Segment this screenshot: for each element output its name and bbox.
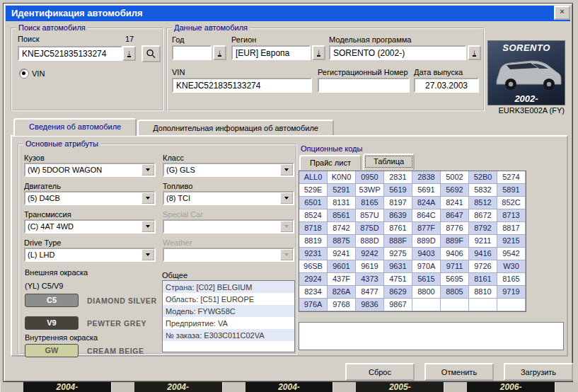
option-tab-1[interactable]: Таблица (363, 154, 415, 170)
model-program-input[interactable] (329, 45, 466, 60)
option-code-cell[interactable]: 8761 (384, 222, 412, 235)
option-code-cell[interactable]: 826A (328, 286, 356, 299)
option-code-cell[interactable]: 9836 (356, 299, 384, 311)
production-date-input[interactable] (414, 78, 479, 93)
reset-button[interactable]: Сброс (345, 363, 415, 381)
option-code-cell[interactable]: 889D (412, 235, 441, 248)
option-code-cell[interactable]: 8477 (356, 286, 384, 299)
option-code-cell[interactable]: 9631 (384, 260, 412, 273)
option-code-cell[interactable]: 8672 (469, 209, 497, 222)
search-dropdown-button[interactable]: ↓ (122, 46, 136, 61)
combo-engine[interactable]: (5) D4CB (24, 191, 156, 205)
option-code-cell[interactable]: 875D (356, 222, 384, 235)
option-code-cell[interactable]: 8819 (299, 235, 328, 248)
main-tab-1[interactable]: Дополнительная информация об автомобиле (137, 120, 334, 136)
option-code-cell[interactable]: 96SB (299, 260, 328, 273)
option-code-cell[interactable]: 52B0 (469, 171, 497, 184)
cancel-button[interactable]: Отменить (424, 363, 494, 381)
option-code-cell[interactable]: 8161 (469, 273, 497, 286)
combo-transmission[interactable]: (C) 4AT 4WD (24, 219, 156, 234)
option-code-cell[interactable]: 5274 (497, 171, 526, 184)
combo-drive-type[interactable]: (L) LHD (24, 248, 156, 262)
option-code-cell[interactable]: 8776 (441, 222, 469, 235)
option-code-cell[interactable]: 8234 (299, 286, 328, 299)
option-code-cell[interactable]: 8241 (441, 197, 469, 209)
year-dropdown-button[interactable]: ↓ (213, 45, 226, 60)
option-code-cell[interactable]: 8817 (497, 222, 526, 235)
option-code-cell[interactable]: 8639 (384, 209, 412, 222)
option-code-cell[interactable]: 5891 (497, 184, 526, 197)
option-code-cell[interactable]: 0950 (356, 171, 384, 184)
chevron-down-icon[interactable] (280, 164, 293, 175)
option-code-cell[interactable]: 8197 (384, 197, 412, 209)
chevron-down-icon[interactable] (280, 192, 293, 204)
option-code-cell[interactable]: 852C (497, 197, 526, 209)
option-code-cell[interactable]: 9403 (412, 248, 441, 260)
option-code-cell[interactable]: 5619 (384, 184, 412, 197)
option-code-cell[interactable]: 5692 (441, 184, 469, 197)
option-code-cell[interactable]: 8131 (328, 197, 356, 209)
option-code-cell[interactable]: 437F (328, 273, 356, 286)
chevron-down-icon[interactable] (141, 221, 154, 232)
option-code-cell[interactable]: 8713 (497, 209, 526, 222)
option-code-cell[interactable]: 9867 (384, 299, 412, 311)
model-program-dropdown-button[interactable]: ↓ (468, 45, 481, 60)
year-input[interactable] (172, 45, 212, 60)
option-code-cell[interactable]: 8647 (441, 209, 469, 222)
search-button[interactable] (141, 45, 161, 62)
option-code-cell[interactable]: 8875 (328, 235, 356, 248)
option-code-cell[interactable]: 8742 (328, 222, 356, 235)
option-code-cell[interactable]: W30 (497, 260, 526, 273)
option-code-cell[interactable]: 8629 (384, 286, 412, 299)
option-code-cell[interactable]: 888F (384, 235, 412, 248)
option-code-cell[interactable]: 9619 (356, 260, 384, 273)
option-code-cell[interactable]: 2831 (384, 171, 412, 184)
chevron-down-icon[interactable] (141, 192, 154, 204)
combo-class[interactable]: (G) GLS (163, 163, 294, 177)
option-code-cell[interactable]: 8805 (441, 286, 469, 299)
option-tab-0[interactable]: Прайс лист (299, 155, 362, 170)
option-code-cell[interactable]: ALL0 (299, 171, 328, 184)
close-button[interactable]: × (554, 6, 570, 20)
chevron-down-icon[interactable] (141, 249, 154, 260)
option-code-cell[interactable]: 5832 (469, 184, 497, 197)
option-code-cell[interactable]: 9416 (469, 248, 497, 260)
option-code-cell[interactable]: 864C (412, 209, 441, 222)
option-code-cell[interactable]: 9211 (469, 235, 497, 248)
option-code-cell[interactable]: 9242 (356, 248, 384, 260)
option-code-cell[interactable]: 9719 (497, 286, 526, 299)
search-input[interactable] (18, 46, 122, 61)
option-code-cell[interactable]: 9275 (384, 248, 412, 260)
combo-fuel[interactable]: (8) TCI (163, 191, 294, 205)
chevron-down-icon[interactable] (141, 164, 154, 175)
option-code-cell[interactable]: 5002 (441, 171, 469, 184)
option-code-cell[interactable]: 889F (441, 235, 469, 248)
vin-input[interactable] (172, 78, 312, 93)
option-code-cell[interactable]: 5291 (328, 184, 356, 197)
option-code-cell[interactable]: 8810 (469, 286, 497, 299)
load-button[interactable]: Загрузить (504, 363, 573, 381)
option-code-cell[interactable]: 857U (356, 209, 384, 222)
option-code-cell[interactable]: 4373 (356, 273, 384, 286)
option-code-cell[interactable]: 5691 (412, 184, 441, 197)
option-code-cell[interactable]: 824A (412, 197, 441, 209)
option-code-cell[interactable]: 976A (299, 299, 328, 311)
option-code-cell[interactable]: 8792 (469, 222, 497, 235)
option-code-cell[interactable]: 8718 (299, 222, 328, 235)
option-code-cell[interactable]: 529E (299, 184, 328, 197)
option-code-cell[interactable]: 53WP (356, 184, 384, 197)
option-code-cell[interactable]: 9542 (497, 248, 526, 260)
option-code-cell[interactable]: 877F (412, 222, 441, 235)
option-code-cell[interactable]: 5695 (441, 273, 469, 286)
option-code-cell[interactable]: 9231 (299, 248, 328, 260)
option-code-cell[interactable]: K0N0 (328, 171, 356, 184)
option-code-cell[interactable]: 5615 (412, 273, 441, 286)
option-code-cell[interactable]: 2924 (299, 273, 328, 286)
vin-radio[interactable] (19, 69, 29, 79)
option-code-cell[interactable]: 9726 (469, 260, 497, 273)
option-code-cell[interactable]: 6501 (299, 197, 328, 209)
option-code-cell[interactable]: 8561 (328, 209, 356, 222)
option-code-cell[interactable]: 8800 (412, 286, 441, 299)
option-code-cell[interactable]: 9601 (328, 260, 356, 273)
combo-body[interactable]: (W) 5DOOR WAGON (24, 163, 156, 177)
